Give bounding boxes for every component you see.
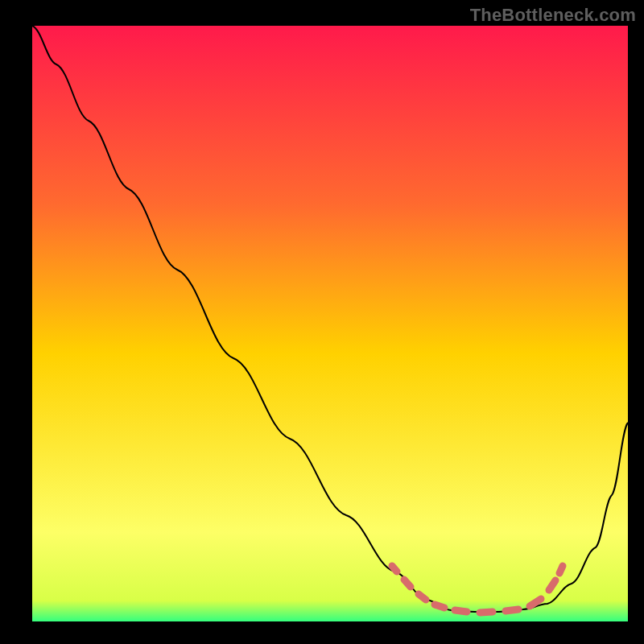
plot-background bbox=[32, 26, 628, 621]
dash-segment bbox=[480, 612, 493, 613]
chart-frame: { "watermark": "TheBottleneck.com", "col… bbox=[0, 0, 644, 644]
dash-segment bbox=[419, 594, 426, 600]
dash-segment bbox=[392, 566, 397, 572]
dash-segment bbox=[404, 580, 411, 587]
watermark-text: TheBottleneck.com bbox=[470, 5, 636, 26]
dash-segment bbox=[455, 610, 467, 612]
chart-plot bbox=[0, 0, 644, 644]
dash-segment bbox=[559, 566, 563, 573]
dash-segment bbox=[435, 605, 444, 608]
dash-segment bbox=[506, 609, 518, 611]
